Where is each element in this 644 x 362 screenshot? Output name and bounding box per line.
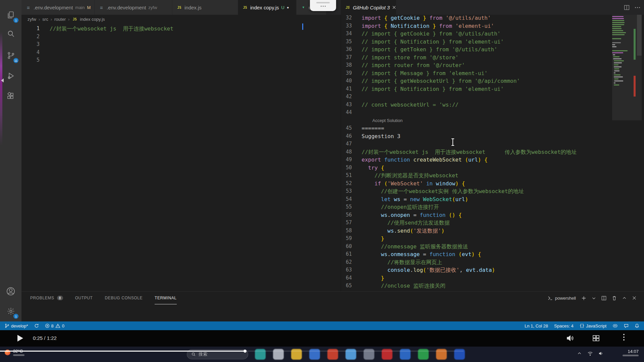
play-button[interactable] (17, 335, 23, 342)
split-editor-icon[interactable] (624, 5, 630, 10)
breadcrumb-item[interactable]: zyfw (28, 17, 36, 22)
left-code-area: 1//封装一个websocket js 用于连接websocket2345 (21, 25, 341, 64)
copilot-status-icon[interactable] (612, 323, 618, 328)
close-panel-icon[interactable] (632, 296, 637, 300)
code-line[interactable]: 55 //onopen监听连接打开 (341, 203, 644, 211)
cursor-position[interactable]: Ln 1, Col 28 (525, 323, 548, 328)
code-line[interactable]: 56 ws.onopen = function () { (341, 211, 644, 219)
kebab-menu-icon[interactable] (623, 334, 625, 341)
floating-mini-window[interactable] (310, 0, 336, 11)
code-line[interactable]: 50 try { (341, 164, 644, 172)
problems-indicator[interactable]: 8 0 (45, 323, 64, 328)
sync-indicator[interactable] (34, 323, 39, 328)
new-terminal-icon[interactable] (581, 296, 586, 301)
split-terminal-icon[interactable] (601, 296, 606, 301)
code-line[interactable]: 33import { Notification } from 'element-… (341, 22, 644, 30)
minimap[interactable] (612, 16, 633, 86)
miniplayer-icon[interactable] (592, 335, 600, 342)
code-line[interactable]: 42 (341, 93, 644, 101)
terminal-shell-selector[interactable]: powershell (548, 296, 576, 301)
code-line[interactable]: 53 //创建一个websocket实例 传入参数为websocket的地址 (341, 187, 644, 195)
panel-tab-output[interactable]: OUTPUT (75, 292, 93, 304)
source-control-icon[interactable]: 11 (0, 47, 21, 64)
accounts-icon[interactable] (0, 283, 21, 300)
feedback-icon[interactable] (624, 323, 629, 328)
editor-right-pane-copilot[interactable]: 32import { getCookie } from '@/utils/aut… (341, 15, 644, 291)
language-mode[interactable]: {} JavaScript (580, 323, 606, 328)
code-line[interactable]: 48//封装一个websocket js 用于连接websocket 传入参数为… (341, 148, 644, 156)
panel-tab-problems[interactable]: PROBLEMS 8 (30, 292, 63, 304)
code-line[interactable]: 58 ws.send('发送数据') (341, 227, 644, 235)
code-line[interactable]: 43// const websocketUrl = 'ws:// (341, 101, 644, 109)
chevron-up-icon[interactable] (622, 296, 627, 300)
seek-knob[interactable] (244, 350, 247, 353)
breadcrumb-item[interactable]: router (54, 17, 66, 22)
tab-index-js[interactable]: JS index.js (172, 0, 238, 15)
tab-env-development-main[interactable]: ≡ .env.development main M (21, 0, 95, 15)
code-line[interactable]: 63 console.log('数据已接收', evt.data) (341, 266, 644, 274)
breadcrumb-file[interactable]: index copy.js (80, 17, 105, 22)
editor-left-pane[interactable]: 1//封装一个websocket js 用于连接websocket2345 (21, 23, 341, 291)
code-line[interactable]: 38// import router from '@/router' (341, 61, 644, 69)
code-line[interactable]: 47 (341, 140, 644, 148)
code-line[interactable]: 34// import { getCookie } from '@/utils/… (341, 30, 644, 38)
code-line[interactable]: 44 (341, 109, 644, 117)
code-line[interactable]: 57 //使用send方法发送数据 (341, 219, 644, 227)
drag-handle (316, 2, 330, 3)
code-line[interactable]: 37// import store from '@/store' (341, 54, 644, 62)
vertical-scrollbar[interactable] (637, 15, 642, 56)
indentation-setting[interactable]: Spaces: 4 (554, 323, 574, 328)
code-line[interactable]: 51 //判断浏览器是否支持websocket (341, 172, 644, 180)
trash-icon[interactable] (612, 296, 617, 301)
edge-collapse-arrow-icon[interactable] (1, 78, 4, 82)
more-options-icon[interactable] (310, 6, 336, 7)
env-file-icon: ≡ (99, 5, 104, 10)
code-line[interactable]: 32import { getCookie } from '@/utils/aut… (341, 15, 644, 22)
git-branch-indicator[interactable]: develop* (5, 323, 28, 328)
line-number: 65 (341, 282, 352, 290)
code-line[interactable]: 61 ws.onmessage = function (evt) { (341, 250, 644, 258)
code-line[interactable]: 46Suggestion 3 (341, 132, 644, 140)
panel-tab-debug-console[interactable]: DEBUG CONSOLE (105, 292, 143, 304)
code-line[interactable]: 1//封装一个websocket js 用于连接websocket (21, 25, 341, 33)
code-line[interactable]: 65 //onclose 监听连接关闭 (341, 282, 644, 290)
code-line[interactable]: 5 (21, 56, 341, 64)
code-line[interactable]: 41// import { Notification } from 'eleme… (341, 85, 644, 93)
code-line[interactable]: 54 let ws = new WebSocket(url) (341, 195, 644, 203)
code-line[interactable]: 40// import { getWebsocketUrl } from '@/… (341, 77, 644, 85)
more-actions-icon[interactable] (635, 7, 640, 8)
code-line[interactable]: 60 //onmessage 监听服务器数据推送 (341, 243, 644, 251)
settings-gear-icon[interactable]: 1 (0, 302, 21, 320)
code-line[interactable]: 2 (21, 33, 341, 41)
tab-index-copy-js[interactable]: JS index copy.js U ● (238, 0, 297, 15)
notifications-bell-icon[interactable] (635, 323, 639, 328)
explorer-icon[interactable]: 1 (0, 6, 21, 24)
tab-github-copilot[interactable]: JS GitHub Copilot 3 (341, 0, 396, 15)
code-line[interactable]: 3 (21, 41, 341, 49)
video-seek-bar[interactable] (0, 351, 644, 352)
weather-widget[interactable]: 32°C (5, 349, 24, 356)
code-line[interactable]: 49export function createWebSocket (url) … (341, 156, 644, 164)
search-icon[interactable] (0, 25, 21, 42)
extensions-icon[interactable] (0, 87, 21, 105)
line-number: 49 (341, 156, 352, 164)
code-line[interactable]: 39// import { Message } from 'element-ui… (341, 69, 644, 77)
volume-icon[interactable] (566, 335, 574, 342)
code-line[interactable]: 36// import { getToken } from '@/utils/a… (341, 46, 644, 54)
line-number: 57 (341, 219, 352, 227)
code-line[interactable]: 64 } (341, 274, 644, 282)
tab-env-development-zyfw[interactable]: ≡ .env.development zyfw (95, 0, 172, 15)
code-line[interactable]: 4 (21, 49, 341, 57)
close-icon[interactable] (392, 5, 396, 9)
codelens-accept-solution[interactable]: Accept Solution (372, 117, 402, 125)
chevron-down-icon[interactable] (592, 296, 596, 300)
code-line[interactable]: 45======= (341, 124, 644, 132)
code-line[interactable]: 62 //将数据显示在网页上 (341, 258, 644, 266)
panel-tab-terminal[interactable]: TERMINAL (155, 292, 176, 304)
code-line[interactable]: 59 } (341, 235, 644, 243)
system-tray[interactable] (577, 351, 604, 356)
breadcrumb-item[interactable]: src (42, 17, 48, 22)
code-line[interactable]: 35// import { Notification } from 'eleme… (341, 38, 644, 46)
code-line[interactable]: 52 if ('WebSocket' in window) { (341, 180, 644, 188)
taskbar-clock[interactable]: 14:07 (623, 349, 639, 356)
